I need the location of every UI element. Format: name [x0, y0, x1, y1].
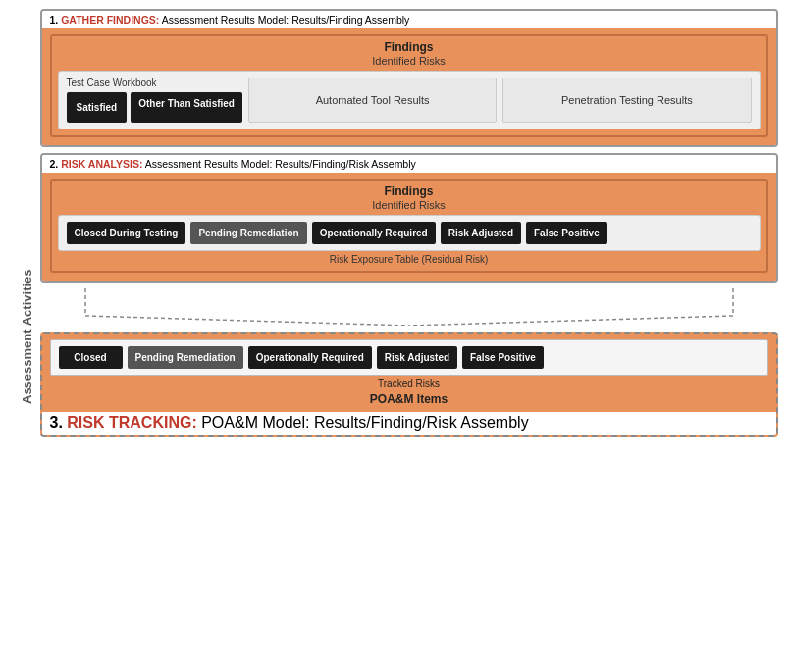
section2-risks-box: Closed During Testing Pending Remediatio…: [58, 215, 761, 251]
section3-step: 3.: [50, 414, 63, 431]
section2-identified-risks: Identified Risks: [58, 199, 761, 211]
svg-line-2: [85, 316, 409, 326]
main-container: Assessment Activities 1. GATHER FINDINGS…: [13, 9, 778, 664]
automated-tool-results-box: Automated Tool Results: [248, 78, 497, 123]
section3-footer: 3. RISK TRACKING: POA&M Model: Results/F…: [42, 412, 776, 435]
pending-remediation-button-s2[interactable]: Pending Remediation: [190, 222, 306, 244]
section3-inner: Closed Pending Remediation Operationally…: [42, 334, 776, 412]
svg-line-3: [409, 316, 733, 326]
tcw-buttons: Satisfied Other Than Satisfied: [67, 92, 242, 123]
section1-header: 1. GATHER FINDINGS: Assessment Results M…: [42, 11, 776, 28]
satisfied-button[interactable]: Satisfied: [67, 92, 128, 123]
section2-findings-box: Findings Identified Risks Closed During …: [50, 179, 768, 273]
closed-button-s3[interactable]: Closed: [59, 346, 123, 369]
closed-during-testing-button[interactable]: Closed During Testing: [67, 222, 186, 244]
section1-identified-risks: Identified Risks: [58, 55, 761, 67]
arrow-connector: [40, 288, 778, 326]
section2-inner: Findings Identified Risks Closed During …: [42, 173, 776, 281]
operationally-required-button-s3[interactable]: Operationally Required: [248, 346, 372, 369]
section3-red-label: RISK TRACKING:: [67, 414, 196, 431]
section1-risks-box: Test Case Workbook Satisfied Other Than …: [58, 71, 761, 129]
content-area: 1. GATHER FINDINGS: Assessment Results M…: [40, 9, 778, 664]
section1-rest-label: Assessment Results Model: Results/Findin…: [162, 14, 410, 26]
down-arrow-svg: [76, 288, 743, 326]
section2-red-label: RISK ANALYSIS:: [61, 158, 142, 170]
pending-remediation-button-s3[interactable]: Pending Remediation: [128, 346, 243, 369]
section2-step: 2.: [50, 158, 59, 170]
section1: 1. GATHER FINDINGS: Assessment Results M…: [40, 9, 778, 147]
tcw-label: Test Case Workbook: [67, 78, 242, 88]
section2-header: 2. RISK ANALYSIS: Assessment Results Mod…: [42, 155, 776, 173]
section1-step: 1.: [50, 14, 59, 26]
other-than-satisfied-button[interactable]: Other Than Satisfied: [131, 92, 242, 123]
section1-findings-box: Findings Identified Risks Test Case Work…: [50, 34, 768, 137]
risk-exposure-label: Risk Exposure Table (Residual Risk): [58, 254, 761, 265]
risk-adjusted-button-s2[interactable]: Risk Adjusted: [441, 222, 521, 244]
false-positive-button-s3[interactable]: False Positive: [462, 346, 544, 369]
section2-findings-title: Findings: [58, 184, 761, 198]
penetration-testing-results-box: Penetration Testing Results: [502, 78, 751, 123]
poam-items-label: POA&M Items: [50, 390, 768, 408]
risk-adjusted-button-s3[interactable]: Risk Adjusted: [377, 346, 457, 369]
section1-red-label: GATHER FINDINGS:: [61, 14, 159, 26]
section2-rest-label: Assessment Results Model: Results/Findin…: [145, 158, 416, 170]
section1-inner: Findings Identified Risks Test Case Work…: [42, 28, 776, 145]
operationally-required-button-s2[interactable]: Operationally Required: [312, 222, 436, 244]
section3-outer: Closed Pending Remediation Operationally…: [40, 332, 778, 437]
section2: 2. RISK ANALYSIS: Assessment Results Mod…: [40, 153, 778, 283]
test-case-workbook-area: Test Case Workbook Satisfied Other Than …: [67, 78, 242, 123]
tracked-risks-label: Tracked Risks: [50, 378, 768, 388]
false-positive-button-s2[interactable]: False Positive: [526, 222, 607, 244]
section3-rest-label: POA&M Model: Results/Finding/Risk Assemb…: [201, 414, 528, 431]
activities-label: Assessment Activities: [13, 9, 40, 664]
section3-content: Closed Pending Remediation Operationally…: [50, 339, 768, 376]
section1-findings-title: Findings: [58, 40, 761, 54]
